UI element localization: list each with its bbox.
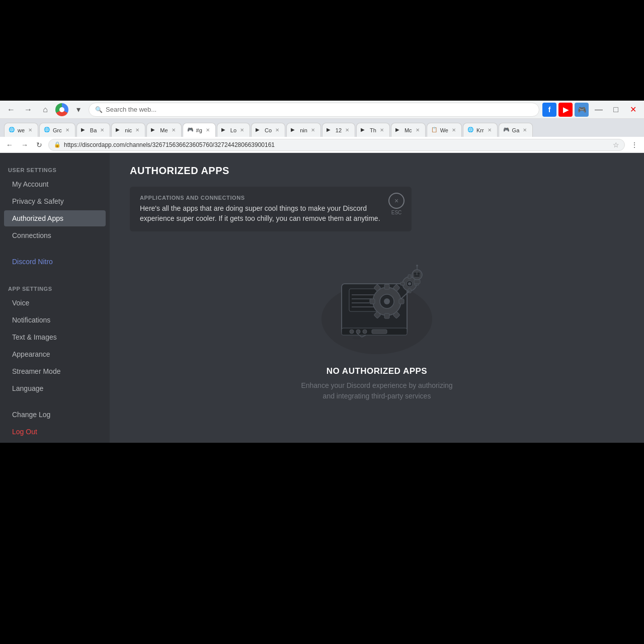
sidebar-item-privacy-safety[interactable]: Privacy & Safety	[4, 193, 106, 209]
svg-point-27	[350, 330, 354, 334]
sidebar-item-log-out[interactable]: Log Out	[4, 424, 106, 440]
tab-we2[interactable]: 📋 We ✕	[427, 123, 462, 137]
tab-co[interactable]: ▶ Co ✕	[251, 123, 285, 137]
search-bar[interactable]: 🔍 Search the web...	[89, 103, 539, 117]
tab-close[interactable]: ✕	[27, 127, 34, 134]
tab-favicon: ▶	[151, 127, 158, 134]
empty-illustration	[311, 254, 442, 354]
tab-close[interactable]: ✕	[450, 127, 457, 134]
forward-btn[interactable]: →	[21, 103, 35, 117]
tab-lo[interactable]: ▶ Lo ✕	[217, 123, 250, 137]
sidebar-item-change-log[interactable]: Change Log	[4, 407, 106, 423]
tab-favicon: 🌐	[9, 127, 16, 134]
tab-close[interactable]: ✕	[344, 127, 351, 134]
tab-favicon: 🎮	[503, 127, 510, 134]
info-banner-title: APPLICATIONS AND CONNECTIONS	[140, 195, 386, 201]
lock-icon: 🔒	[54, 141, 61, 148]
tab-close[interactable]: ✕	[274, 127, 281, 134]
bookmark-icon[interactable]: ☆	[613, 141, 619, 149]
tab-close[interactable]: ✕	[521, 127, 528, 134]
chrome-logo	[55, 103, 68, 116]
tab-favicon: ▶	[361, 127, 368, 134]
tab-me[interactable]: ▶ Me ✕	[146, 123, 181, 137]
menu-btn[interactable]: ⋮	[629, 140, 640, 150]
tab-favicon: 🎮	[187, 127, 194, 134]
tab-close[interactable]: ✕	[486, 127, 493, 134]
tabs-bar: 🌐 we ✕ 🌐 Grc ✕ ▶ Ba ✕ ▶ nic ✕ ▶ Me ✕ 🎮 #…	[0, 119, 644, 137]
tab-close[interactable]: ✕	[170, 127, 177, 134]
tab-label: nic	[125, 127, 132, 133]
tab-label: Th	[370, 127, 376, 133]
tab-close[interactable]: ✕	[99, 127, 106, 134]
tab-nin[interactable]: ▶ nin ✕	[286, 123, 321, 137]
tab-close[interactable]: ✕	[309, 127, 316, 134]
tab-discord[interactable]: 🎮 #g ✕	[183, 123, 216, 137]
tab-label: we	[18, 127, 25, 133]
youtube-ext[interactable]: ▶	[558, 103, 573, 117]
info-banner-content: APPLICATIONS AND CONNECTIONS Here's all …	[140, 195, 386, 223]
tab-mc[interactable]: ▶ Mc ✕	[391, 123, 426, 137]
address-input[interactable]: 🔒 https://discordapp.com/channels/326715…	[48, 139, 625, 151]
addr-forward-btn[interactable]: →	[19, 140, 30, 150]
esc-button[interactable]: × ESC	[387, 193, 406, 215]
sidebar-item-streamer-mode[interactable]: Streamer Mode	[4, 363, 106, 379]
tab-we[interactable]: 🌐 we ✕	[4, 123, 38, 137]
facebook-ext[interactable]: f	[542, 103, 556, 117]
tab-favicon: ▶	[221, 127, 228, 134]
sidebar-item-notifications[interactable]: Notifications	[4, 312, 106, 328]
sidebar-item-connections[interactable]: Connections	[4, 227, 106, 244]
tab-th[interactable]: ▶ Th ✕	[356, 123, 390, 137]
tab-close[interactable]: ✕	[378, 127, 385, 134]
sidebar-item-text-images[interactable]: Text & Images	[4, 329, 106, 345]
sidebar-item-authorized-apps[interactable]: Authorized Apps	[4, 210, 106, 226]
tab-label: Lo	[230, 127, 236, 133]
address-actions: ⋮	[629, 140, 640, 150]
tab-close[interactable]: ✕	[414, 127, 421, 134]
tab-ga[interactable]: 🎮 Ga ✕	[499, 123, 533, 137]
addr-refresh-btn[interactable]: ↻	[34, 140, 44, 150]
svg-rect-30	[372, 330, 387, 334]
esc-circle-icon: ×	[388, 193, 405, 209]
tab-favicon: ▶	[395, 127, 403, 134]
svg-rect-8	[384, 284, 389, 289]
maximize-btn[interactable]: □	[609, 103, 623, 117]
tab-favicon: ▶	[256, 127, 263, 134]
empty-state-title: NO AUTHORIZED APPS	[327, 366, 427, 376]
home-btn[interactable]: ⌂	[38, 103, 52, 117]
empty-state: NO AUTHORIZED APPS Enhance your Discord …	[130, 244, 624, 401]
chrome-menu-btn[interactable]: ▾	[71, 103, 86, 117]
tab-close[interactable]: ✕	[238, 127, 246, 134]
tab-favicon: ▶	[81, 127, 88, 134]
tab-nic[interactable]: ▶ nic ✕	[111, 123, 145, 137]
tab-close[interactable]: ✕	[204, 127, 211, 134]
tab-favicon: 🌐	[467, 127, 474, 134]
tab-favicon: 📋	[431, 127, 438, 134]
empty-state-subtitle: Enhance your Discord experience by autho…	[296, 380, 457, 401]
tab-ba[interactable]: ▶ Ba ✕	[76, 123, 110, 137]
sidebar-item-language[interactable]: Language	[4, 380, 106, 396]
search-icon: 🔍	[95, 106, 103, 113]
sidebar-item-appearance[interactable]: Appearance	[4, 346, 106, 362]
game-ext[interactable]: 🎮	[575, 103, 589, 117]
url-text: https://discordapp.com/channels/32671563…	[64, 141, 275, 148]
back-btn[interactable]: ←	[4, 103, 18, 117]
svg-point-17	[384, 298, 390, 304]
tab-label: 12	[336, 127, 342, 133]
tab-grc[interactable]: 🌐 Grc ✕	[39, 123, 75, 137]
tab-close[interactable]: ✕	[134, 127, 141, 134]
svg-point-36	[416, 265, 418, 267]
info-banner: APPLICATIONS AND CONNECTIONS Here's all …	[130, 187, 412, 231]
tab-krr[interactable]: 🌐 Krr ✕	[463, 123, 498, 137]
esc-label: ESC	[391, 210, 402, 215]
sidebar-item-discord-nitro[interactable]: Discord Nitro	[4, 254, 106, 270]
tab-12[interactable]: ▶ 12 ✕	[322, 123, 355, 137]
addr-back-btn[interactable]: ←	[4, 140, 15, 150]
svg-point-33	[418, 273, 420, 275]
sidebar-item-my-account[interactable]: My Account	[4, 176, 106, 192]
tab-label: Co	[265, 127, 272, 133]
sidebar-item-voice[interactable]: Voice	[4, 295, 106, 311]
minimize-btn[interactable]: —	[592, 103, 606, 117]
close-browser-btn[interactable]: ✕	[626, 103, 640, 117]
tab-close[interactable]: ✕	[64, 127, 71, 134]
search-text: Search the web...	[106, 106, 156, 113]
